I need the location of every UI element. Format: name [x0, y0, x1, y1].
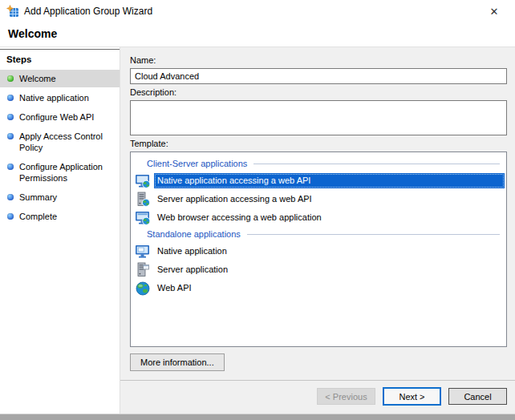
previous-button[interactable]: < Previous	[317, 388, 375, 405]
group-header-rule	[253, 164, 500, 164]
steps-list: Welcome Native application Configure Web…	[0, 70, 120, 225]
cancel-button[interactable]: Cancel	[448, 388, 507, 405]
step-bullet-icon	[7, 213, 14, 220]
group-header-standalone: Standalone applications	[131, 227, 506, 242]
next-button[interactable]: Next >	[383, 387, 441, 406]
title-bar: Add Application Group Wizard ✕	[0, 0, 515, 22]
template-row-label: Native application	[154, 244, 505, 259]
template-row-web-api[interactable]: Web API	[131, 279, 506, 297]
close-icon[interactable]: ✕	[485, 6, 509, 18]
web-api-icon	[135, 281, 151, 297]
step-label: Configure Web API	[19, 112, 94, 122]
description-label: Description:	[130, 87, 507, 97]
group-header-label: Standalone applications	[147, 229, 241, 239]
steps-header: Steps	[0, 49, 120, 70]
more-information-button[interactable]: More information...	[130, 353, 225, 371]
step-label: Configure Application Permissions	[19, 162, 103, 183]
wizard-app-icon	[6, 5, 19, 18]
template-row-label: Server application	[154, 262, 505, 277]
add-application-group-wizard-window: Add Application Group Wizard ✕ Welcome S…	[0, 0, 515, 420]
step-label: Apply Access Control Policy	[19, 131, 103, 152]
window-title: Add Application Group Wizard	[24, 6, 152, 17]
web-browser-icon	[135, 210, 151, 226]
wizard-main-panel: Name: Description: Template: Client-Serv…	[120, 47, 515, 414]
wizard-footer: < Previous Next > Cancel	[130, 372, 507, 414]
step-bullet-icon	[7, 133, 14, 139]
name-label: Name:	[130, 55, 507, 65]
template-row-server-app-web-api[interactable]: Server application accessing a web API	[131, 190, 506, 208]
wizard-content: Steps Welcome Native application Configu…	[0, 46, 515, 414]
server-app-web-api-icon	[135, 192, 151, 208]
template-listbox: Client-Server applications Native applic…	[130, 151, 507, 347]
step-complete[interactable]: Complete	[0, 208, 120, 225]
bottom-edge-strip	[0, 414, 515, 420]
template-label: Template:	[130, 139, 507, 148]
group-header-label: Client-Server applications	[147, 159, 247, 168]
step-label: Summary	[19, 192, 57, 202]
step-configure-application-permissions[interactable]: Configure Application Permissions	[0, 158, 120, 187]
template-row-label: Web browser accessing a web application	[154, 210, 505, 225]
name-input[interactable]	[130, 68, 507, 84]
template-row-native-app-web-api[interactable]: Native application accessing a web API	[131, 172, 506, 190]
group-header-client-server: Client-Server applications	[131, 156, 506, 172]
step-label: Welcome	[19, 74, 56, 83]
template-row-web-browser[interactable]: Web browser accessing a web application	[131, 208, 506, 227]
step-label: Complete	[19, 212, 57, 221]
step-label: Native application	[19, 93, 89, 103]
template-row-label: Native application accessing a web API	[154, 173, 505, 188]
page-title: Welcome	[0, 22, 515, 46]
footer-buttons: < Previous Next > Cancel	[130, 381, 507, 414]
step-configure-web-api[interactable]: Configure Web API	[0, 108, 120, 126]
step-bullet-icon	[7, 114, 14, 120]
steps-sidebar: Steps Welcome Native application Configu…	[0, 47, 120, 414]
step-apply-access-control-policy[interactable]: Apply Access Control Policy	[0, 127, 120, 156]
step-bullet-icon	[7, 95, 14, 101]
template-row-label: Server application accessing a web API	[154, 192, 505, 207]
step-welcome[interactable]: Welcome	[0, 70, 120, 87]
native-app-web-api-icon	[135, 173, 151, 189]
step-summary[interactable]: Summary	[0, 188, 120, 206]
group-header-rule	[247, 234, 500, 235]
native-application-icon	[135, 244, 151, 260]
current-step-bullet-icon	[7, 75, 14, 82]
description-input[interactable]	[130, 100, 507, 135]
step-bullet-icon	[7, 194, 14, 200]
step-native-application[interactable]: Native application	[0, 89, 120, 107]
step-bullet-icon	[7, 164, 14, 170]
template-row-server-application[interactable]: Server application	[131, 260, 506, 279]
server-application-icon	[135, 262, 151, 278]
template-row-native-application[interactable]: Native application	[131, 242, 506, 260]
template-row-label: Web API	[154, 281, 505, 296]
